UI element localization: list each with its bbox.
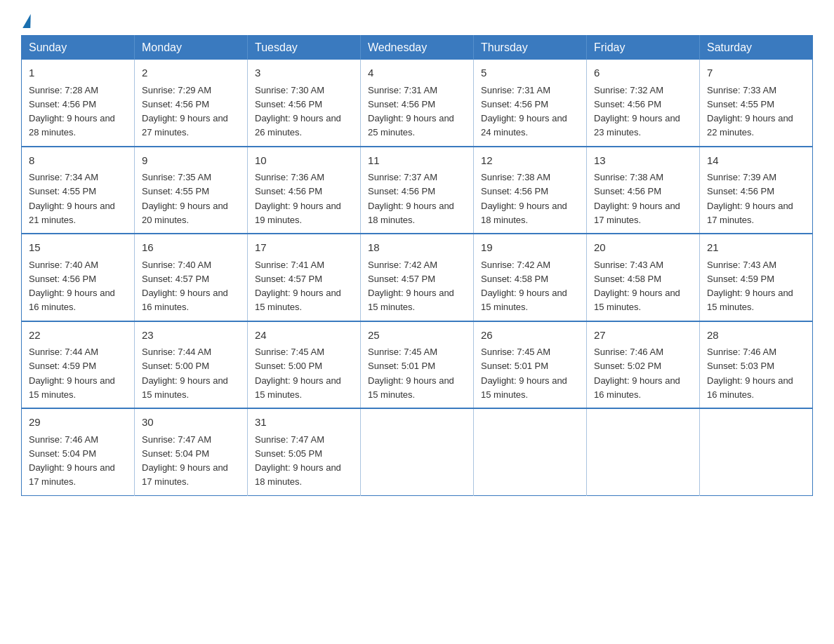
day-number: 26	[481, 328, 579, 344]
day-number: 10	[255, 153, 353, 169]
weekday-header-thursday: Thursday	[474, 36, 587, 60]
logo-text	[21, 14, 32, 28]
calendar-day-cell: 21 Sunrise: 7:43 AMSunset: 4:59 PMDaylig…	[700, 234, 813, 321]
day-number: 7	[707, 65, 805, 81]
calendar-day-cell: 3 Sunrise: 7:30 AMSunset: 4:56 PMDayligh…	[248, 60, 361, 147]
calendar-day-cell	[474, 408, 587, 495]
day-info: Sunrise: 7:45 AMSunset: 5:00 PMDaylight:…	[255, 347, 341, 400]
day-info: Sunrise: 7:32 AMSunset: 4:56 PMDaylight:…	[594, 85, 680, 138]
day-number: 18	[368, 240, 466, 256]
day-info: Sunrise: 7:38 AMSunset: 4:56 PMDaylight:…	[594, 172, 680, 225]
day-info: Sunrise: 7:42 AMSunset: 4:58 PMDaylight:…	[481, 260, 567, 313]
calendar-day-cell: 8 Sunrise: 7:34 AMSunset: 4:55 PMDayligh…	[22, 147, 135, 234]
calendar-day-cell: 30 Sunrise: 7:47 AMSunset: 5:04 PMDaylig…	[135, 408, 248, 495]
calendar-day-cell: 17 Sunrise: 7:41 AMSunset: 4:57 PMDaylig…	[248, 234, 361, 321]
day-number: 12	[481, 153, 579, 169]
day-number: 30	[142, 415, 240, 431]
calendar-day-cell: 26 Sunrise: 7:45 AMSunset: 5:01 PMDaylig…	[474, 321, 587, 409]
weekday-header-monday: Monday	[135, 36, 248, 60]
day-number: 24	[255, 328, 353, 344]
calendar-day-cell: 10 Sunrise: 7:36 AMSunset: 4:56 PMDaylig…	[248, 147, 361, 234]
calendar-day-cell: 11 Sunrise: 7:37 AMSunset: 4:56 PMDaylig…	[361, 147, 474, 234]
day-number: 5	[481, 65, 579, 81]
day-info: Sunrise: 7:29 AMSunset: 4:56 PMDaylight:…	[142, 85, 228, 138]
calendar-day-cell: 15 Sunrise: 7:40 AMSunset: 4:56 PMDaylig…	[22, 234, 135, 321]
weekday-header-tuesday: Tuesday	[248, 36, 361, 60]
day-info: Sunrise: 7:46 AMSunset: 5:04 PMDaylight:…	[29, 434, 115, 488]
day-info: Sunrise: 7:28 AMSunset: 4:56 PMDaylight:…	[29, 85, 115, 138]
calendar-day-cell	[361, 408, 474, 495]
day-number: 25	[368, 328, 466, 344]
calendar-day-cell: 2 Sunrise: 7:29 AMSunset: 4:56 PMDayligh…	[135, 60, 248, 147]
day-number: 1	[29, 65, 127, 81]
day-info: Sunrise: 7:43 AMSunset: 4:59 PMDaylight:…	[707, 260, 793, 313]
day-info: Sunrise: 7:47 AMSunset: 5:05 PMDaylight:…	[255, 434, 341, 488]
calendar-day-cell: 12 Sunrise: 7:38 AMSunset: 4:56 PMDaylig…	[474, 147, 587, 234]
day-number: 14	[707, 153, 805, 169]
logo-general	[21, 14, 32, 28]
calendar-day-cell: 14 Sunrise: 7:39 AMSunset: 4:56 PMDaylig…	[700, 147, 813, 234]
day-info: Sunrise: 7:31 AMSunset: 4:56 PMDaylight:…	[368, 85, 454, 138]
calendar-day-cell: 28 Sunrise: 7:46 AMSunset: 5:03 PMDaylig…	[700, 321, 813, 409]
day-info: Sunrise: 7:34 AMSunset: 4:55 PMDaylight:…	[29, 172, 115, 225]
day-number: 21	[707, 240, 805, 256]
day-number: 4	[368, 65, 466, 81]
day-info: Sunrise: 7:37 AMSunset: 4:56 PMDaylight:…	[368, 172, 454, 225]
day-info: Sunrise: 7:40 AMSunset: 4:56 PMDaylight:…	[29, 260, 115, 313]
calendar-day-cell: 6 Sunrise: 7:32 AMSunset: 4:56 PMDayligh…	[587, 60, 700, 147]
calendar-day-cell: 23 Sunrise: 7:44 AMSunset: 5:00 PMDaylig…	[135, 321, 248, 409]
calendar-day-cell: 25 Sunrise: 7:45 AMSunset: 5:01 PMDaylig…	[361, 321, 474, 409]
day-info: Sunrise: 7:35 AMSunset: 4:55 PMDaylight:…	[142, 172, 228, 225]
day-number: 13	[594, 153, 692, 169]
day-info: Sunrise: 7:40 AMSunset: 4:57 PMDaylight:…	[142, 260, 228, 313]
calendar-day-cell	[700, 408, 813, 495]
weekday-header-saturday: Saturday	[700, 36, 813, 60]
day-number: 23	[142, 328, 240, 344]
day-number: 6	[594, 65, 692, 81]
logo	[21, 14, 32, 28]
calendar-week-1: 1 Sunrise: 7:28 AMSunset: 4:56 PMDayligh…	[22, 60, 813, 147]
calendar-table: SundayMondayTuesdayWednesdayThursdayFrid…	[21, 35, 813, 496]
day-info: Sunrise: 7:36 AMSunset: 4:56 PMDaylight:…	[255, 172, 341, 225]
day-number: 15	[29, 240, 127, 256]
calendar-week-2: 8 Sunrise: 7:34 AMSunset: 4:55 PMDayligh…	[22, 147, 813, 234]
calendar-day-cell	[587, 408, 700, 495]
calendar-day-cell: 13 Sunrise: 7:38 AMSunset: 4:56 PMDaylig…	[587, 147, 700, 234]
weekday-header-wednesday: Wednesday	[361, 36, 474, 60]
day-info: Sunrise: 7:44 AMSunset: 4:59 PMDaylight:…	[29, 347, 115, 400]
day-number: 2	[142, 65, 240, 81]
day-number: 17	[255, 240, 353, 256]
day-number: 16	[142, 240, 240, 256]
day-info: Sunrise: 7:33 AMSunset: 4:55 PMDaylight:…	[707, 85, 793, 138]
day-info: Sunrise: 7:30 AMSunset: 4:56 PMDaylight:…	[255, 85, 341, 138]
day-number: 20	[594, 240, 692, 256]
day-info: Sunrise: 7:38 AMSunset: 4:56 PMDaylight:…	[481, 172, 567, 225]
day-number: 11	[368, 153, 466, 169]
day-info: Sunrise: 7:46 AMSunset: 5:02 PMDaylight:…	[594, 347, 680, 400]
day-number: 29	[29, 415, 127, 431]
day-number: 3	[255, 65, 353, 81]
calendar-day-cell: 24 Sunrise: 7:45 AMSunset: 5:00 PMDaylig…	[248, 321, 361, 409]
calendar-week-3: 15 Sunrise: 7:40 AMSunset: 4:56 PMDaylig…	[22, 234, 813, 321]
calendar-day-cell: 19 Sunrise: 7:42 AMSunset: 4:58 PMDaylig…	[474, 234, 587, 321]
day-info: Sunrise: 7:45 AMSunset: 5:01 PMDaylight:…	[481, 347, 567, 400]
day-info: Sunrise: 7:45 AMSunset: 5:01 PMDaylight:…	[368, 347, 454, 400]
calendar-day-cell: 31 Sunrise: 7:47 AMSunset: 5:05 PMDaylig…	[248, 408, 361, 495]
day-number: 27	[594, 328, 692, 344]
calendar-day-cell: 29 Sunrise: 7:46 AMSunset: 5:04 PMDaylig…	[22, 408, 135, 495]
day-number: 22	[29, 328, 127, 344]
calendar-day-cell: 27 Sunrise: 7:46 AMSunset: 5:02 PMDaylig…	[587, 321, 700, 409]
day-number: 8	[29, 153, 127, 169]
calendar-day-cell: 22 Sunrise: 7:44 AMSunset: 4:59 PMDaylig…	[22, 321, 135, 409]
calendar-day-cell: 4 Sunrise: 7:31 AMSunset: 4:56 PMDayligh…	[361, 60, 474, 147]
day-info: Sunrise: 7:41 AMSunset: 4:57 PMDaylight:…	[255, 260, 341, 313]
calendar-week-4: 22 Sunrise: 7:44 AMSunset: 4:59 PMDaylig…	[22, 321, 813, 409]
day-info: Sunrise: 7:39 AMSunset: 4:56 PMDaylight:…	[707, 172, 793, 225]
calendar-day-cell: 7 Sunrise: 7:33 AMSunset: 4:55 PMDayligh…	[700, 60, 813, 147]
calendar-day-cell: 1 Sunrise: 7:28 AMSunset: 4:56 PMDayligh…	[22, 60, 135, 147]
day-info: Sunrise: 7:47 AMSunset: 5:04 PMDaylight:…	[142, 434, 228, 488]
day-number: 31	[255, 415, 353, 431]
logo-triangle-icon	[22, 14, 33, 28]
weekday-header-sunday: Sunday	[22, 36, 135, 60]
calendar-week-5: 29 Sunrise: 7:46 AMSunset: 5:04 PMDaylig…	[22, 408, 813, 495]
